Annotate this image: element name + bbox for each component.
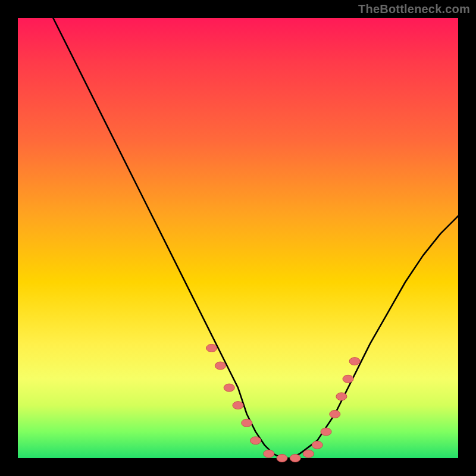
curve-marker: [250, 437, 261, 444]
curve-marker: [242, 419, 252, 427]
curve-marker: [206, 345, 217, 352]
curve-marker: [349, 358, 360, 365]
chart-frame: TheBottleneck.com: [0, 0, 476, 476]
curve-marker: [343, 375, 353, 383]
curve-marker: [277, 455, 287, 462]
curve-path: [53, 18, 458, 458]
curve-marker: [264, 450, 274, 458]
curve-marker: [312, 441, 322, 449]
markers-group: [206, 345, 360, 462]
curve-marker: [233, 402, 243, 409]
watermark-text: TheBottleneck.com: [358, 2, 470, 16]
curve-marker: [321, 428, 331, 436]
curve-svg: [18, 18, 458, 458]
curve-marker: [336, 393, 347, 400]
curve-marker: [330, 411, 340, 418]
curve-marker: [215, 362, 226, 369]
curve-marker: [303, 450, 314, 458]
plot-area: [18, 18, 458, 458]
curve-marker: [224, 384, 234, 392]
curve-marker: [290, 455, 300, 462]
